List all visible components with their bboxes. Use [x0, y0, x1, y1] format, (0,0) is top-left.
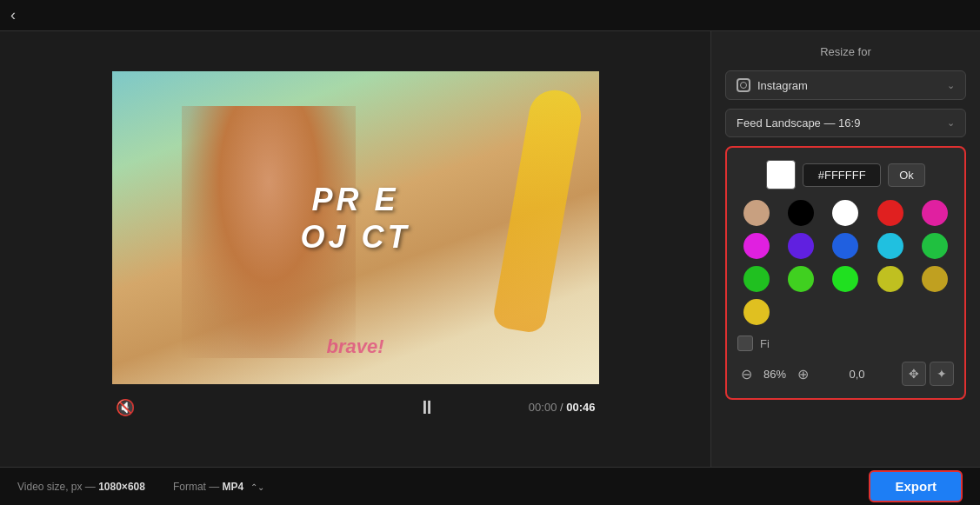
controls-bar: 🔇 ⏸ 00:00 / 00:46 [112, 388, 599, 428]
format-dropdown[interactable]: Feed Landscape — 16:9 ⌄ [725, 109, 966, 137]
format-value: MP4 [223, 481, 244, 493]
zoom-percent: 86% [759, 368, 790, 381]
hex-row: Ok [737, 160, 954, 189]
video-size-value: 1080×608 [98, 481, 145, 493]
mute-icon[interactable]: 🔇 [116, 398, 135, 417]
bottom-bar: Video size, px — 1080×608 Format — MP4 ⌃… [0, 467, 980, 505]
video-preview: PR E OJ CT brave! [112, 71, 599, 384]
color-grid [737, 200, 954, 325]
magic-icon[interactable]: ✦ [930, 362, 954, 386]
color-dot-magenta[interactable] [743, 233, 770, 259]
color-dot-red[interactable] [877, 200, 903, 226]
time-display: 00:00 / 00:46 [529, 401, 596, 414]
color-dot-olive[interactable] [877, 266, 903, 292]
fill-checkbox[interactable] [737, 336, 753, 351]
tool-icons-group: ✥ ✦ [902, 362, 954, 386]
main-area: PR E OJ CT brave! 🔇 ⏸ 00:00 / 00:46 Resi… [0, 31, 980, 467]
bottom-info: Video size, px — 1080×608 Format — MP4 ⌃… [17, 481, 264, 493]
video-area: PR E OJ CT brave! 🔇 ⏸ 00:00 / 00:46 [0, 31, 710, 467]
zoom-in-button[interactable]: ⊕ [794, 364, 812, 384]
platform-chevron: ⌄ [947, 80, 955, 91]
move-icon[interactable]: ✥ [902, 362, 926, 386]
play-button[interactable]: ⏸ [417, 396, 437, 419]
video-size-label: Video size, px — [17, 481, 96, 493]
color-dot-green[interactable] [922, 233, 948, 259]
color-dot-white[interactable] [832, 200, 858, 226]
color-dot-bright-green[interactable] [743, 266, 770, 292]
color-dot-cyan[interactable] [877, 233, 903, 259]
platform-label: Instagram [757, 79, 808, 92]
color-dot-blue[interactable] [832, 233, 858, 259]
format-label: Feed Landscape — 16:9 [737, 116, 860, 130]
color-picker-panel: Ok Fi ⊖ 86% ⊕ 0,0 ✥ ✦ [725, 146, 966, 400]
color-dot-lime[interactable] [788, 266, 814, 292]
brave-text: brave! [326, 336, 383, 358]
time-current: 00:00 [529, 401, 557, 414]
back-button[interactable]: ‹ [10, 6, 16, 24]
right-panel: Resize for Instagram ⌄ Feed Landscape — … [710, 31, 980, 467]
format-chevron: ⌄ [947, 117, 955, 129]
color-dot-vivid-green[interactable] [832, 266, 858, 292]
color-dot-black[interactable] [788, 200, 814, 226]
format-chevron-icon[interactable]: ⌃⌄ [250, 482, 264, 492]
fill-row: Fi [737, 336, 954, 351]
instagram-icon [737, 78, 750, 92]
resize-label: Resize for [725, 45, 966, 58]
color-dot-gold[interactable] [922, 266, 948, 292]
color-toolbar: ⊖ 86% ⊕ 0,0 ✥ ✦ [737, 362, 954, 386]
color-dot-hot-pink[interactable] [922, 200, 948, 226]
color-swatch-large[interactable] [766, 160, 796, 189]
platform-dropdown[interactable]: Instagram ⌄ [725, 70, 966, 100]
hex-input[interactable] [803, 163, 881, 187]
ok-button[interactable]: Ok [888, 163, 925, 187]
fill-label: Fi [760, 337, 770, 350]
zoom-group: ⊖ 86% ⊕ [737, 364, 812, 384]
time-total: 00:46 [566, 401, 595, 414]
export-button[interactable]: Export [869, 470, 963, 502]
coordinates: 0,0 [849, 368, 864, 381]
format-label-text: Format — [173, 481, 219, 493]
color-dot-purple[interactable] [788, 233, 814, 259]
project-text: PR E OJ CT [300, 181, 410, 256]
color-dot-yellow[interactable] [743, 299, 770, 325]
video-thumbnail: PR E OJ CT brave! [112, 71, 599, 384]
format-info: Format — MP4 ⌃⌄ [173, 481, 264, 493]
zoom-out-button[interactable]: ⊖ [737, 364, 756, 384]
video-size-info: Video size, px — 1080×608 [17, 481, 145, 493]
top-bar: ‹ [0, 0, 980, 31]
controls-left: 🔇 [116, 398, 135, 417]
color-dot-skin-tone[interactable] [743, 200, 770, 226]
platform-dropdown-left: Instagram [737, 78, 808, 92]
